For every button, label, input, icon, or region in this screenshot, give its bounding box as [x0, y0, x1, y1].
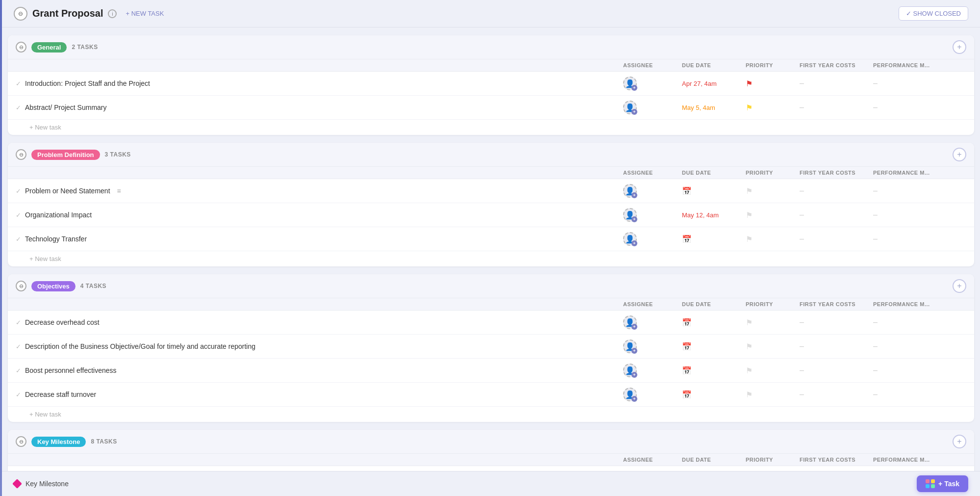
dash: –: [873, 103, 878, 112]
task-row[interactable]: ✓ Abstract/ Project Summary 👤 + May 5, 4…: [8, 96, 974, 120]
task-row[interactable]: ✓ Completed the execution stage 👤 + May …: [8, 466, 974, 471]
col-due-date: DUE DATE: [682, 457, 746, 463]
section-header-right: +: [953, 40, 966, 54]
first-year-cell: –: [800, 103, 873, 112]
add-column-button[interactable]: +: [953, 279, 966, 293]
priority-flag-empty: ⚑: [746, 366, 753, 375]
assignee-avatar[interactable]: 👤 +: [623, 77, 637, 90]
main-content: ⊖ General 2 TASKS + ASSIGNEE DUE DATE PR…: [2, 27, 980, 471]
assignee-avatar[interactable]: 👤 +: [623, 315, 637, 329]
dash: –: [873, 186, 878, 195]
task-name: Boost personnel effectiveness: [25, 366, 117, 374]
add-column-button[interactable]: +: [953, 435, 966, 448]
new-task-section-link[interactable]: + New task: [8, 251, 974, 266]
assignee-avatar[interactable]: 👤 +: [623, 232, 637, 246]
dash: –: [800, 366, 804, 375]
task-name-cell: ✓ Technology Transfer: [16, 235, 623, 243]
task-row[interactable]: ✓ Boost personnel effectiveness 👤 + 📅 ⚑: [8, 359, 974, 383]
section-toggle-general[interactable]: ⊖: [16, 42, 26, 52]
first-year-cell: –: [800, 318, 873, 327]
priority-flag-empty: ⚑: [746, 390, 753, 399]
col-due-date: DUE DATE: [682, 62, 746, 68]
col-headers-key-milestone: ASSIGNEE DUE DATE PRIORITY FIRST YEAR CO…: [8, 454, 974, 466]
col-name: [16, 170, 623, 176]
col-assignee: ASSIGNEE: [623, 62, 682, 68]
priority-cell: ⚑: [746, 366, 800, 375]
bottom-bar: Key Milestone + Task: [2, 471, 980, 496]
first-year-cell: –: [800, 235, 873, 243]
section-header-key-milestone: ⊖ Key Milestone 8 TASKS +: [8, 430, 974, 454]
new-task-section-link[interactable]: + New task: [8, 407, 974, 422]
dash: –: [873, 318, 878, 327]
task-name-cell: ✓ Introduction: Project Staff and the Pr…: [16, 79, 623, 87]
assignee-avatar[interactable]: 👤 +: [623, 364, 637, 377]
new-task-header-button[interactable]: + NEW TASK: [122, 8, 168, 19]
task-name-cell: ✓ Description of the Business Objective/…: [16, 342, 623, 350]
calendar-icon: 📅: [682, 342, 692, 351]
col-due-date: DUE DATE: [682, 301, 746, 307]
section-toggle-key-milestone[interactable]: ⊖: [16, 436, 26, 447]
section-badge-general: General: [31, 42, 67, 52]
priority-flag-red: ⚑: [746, 79, 753, 88]
dash: –: [873, 79, 878, 88]
task-row[interactable]: ✓ Technology Transfer 👤 + 📅 ⚑: [8, 227, 974, 251]
check-icon: ✓: [16, 187, 21, 195]
assignee-plus-icon: +: [631, 109, 637, 115]
col-name: [16, 62, 623, 68]
first-year-cell: –: [800, 342, 873, 351]
task-fab-label: + Task: [938, 480, 959, 488]
assignee-plus-icon: +: [631, 192, 637, 198]
hamburger-icon[interactable]: ≡: [117, 187, 121, 195]
dash: –: [873, 366, 878, 375]
first-year-cell: –: [800, 79, 873, 88]
section-objectives: ⊖ Objectives 4 TASKS + ASSIGNEE DUE DATE…: [8, 274, 974, 422]
task-row[interactable]: ✓ Introduction: Project Staff and the Pr…: [8, 72, 974, 96]
task-name-cell: ✓ Problem or Need Statement ≡: [16, 187, 623, 195]
task-name: Abstract/ Project Summary: [25, 104, 107, 111]
col-performance: PERFORMANCE M...: [873, 301, 947, 307]
task-row[interactable]: ✓ Description of the Business Objective/…: [8, 335, 974, 359]
add-column-button[interactable]: +: [953, 148, 966, 161]
add-column-button[interactable]: +: [953, 40, 966, 54]
task-fab-button[interactable]: + Task: [917, 475, 968, 492]
section-toggle-problem-definition[interactable]: ⊖: [16, 149, 26, 160]
section-header-objectives: ⊖ Objectives 4 TASKS +: [8, 274, 974, 298]
priority-cell: ⚑: [746, 318, 800, 327]
task-name: Problem or Need Statement: [25, 187, 110, 195]
due-date-cell: Apr 27, 4am: [682, 80, 746, 87]
dash: –: [800, 390, 804, 399]
dash: –: [800, 186, 804, 195]
col-assignee: ASSIGNEE: [623, 301, 682, 307]
info-icon[interactable]: i: [108, 9, 117, 18]
task-row[interactable]: ✓ Decrease staff turnover 👤 + 📅 ⚑: [8, 383, 974, 407]
dash: –: [873, 342, 878, 351]
check-icon: ✓: [16, 80, 21, 87]
section-general: ⊖ General 2 TASKS + ASSIGNEE DUE DATE PR…: [8, 35, 974, 135]
priority-flag-empty: ⚑: [746, 210, 753, 220]
task-row[interactable]: ✓ Decrease overhead cost 👤 + 📅 ⚑: [8, 311, 974, 335]
performance-cell: –: [873, 235, 947, 243]
collapse-button[interactable]: ⊖: [14, 7, 27, 21]
performance-cell: –: [873, 210, 947, 219]
show-closed-button[interactable]: ✓ SHOW CLOSED: [899, 6, 968, 21]
assignee-avatar[interactable]: 👤 +: [623, 388, 637, 401]
task-name: Decrease overhead cost: [25, 318, 100, 326]
task-row[interactable]: ✓ Organizational Impact 👤 + May 12, 4am …: [8, 203, 974, 227]
due-date-cell: 📅: [682, 366, 746, 375]
dash: –: [800, 235, 804, 243]
performance-cell: –: [873, 366, 947, 375]
new-task-section-link[interactable]: + New task: [8, 120, 974, 135]
col-headers-problem-definition: ASSIGNEE DUE DATE PRIORITY FIRST YEAR CO…: [8, 167, 974, 179]
priority-cell: ⚑: [746, 210, 800, 220]
assignee-avatar[interactable]: 👤 +: [623, 101, 637, 114]
section-badge-objectives: Objectives: [31, 281, 75, 291]
assignee-avatar[interactable]: 👤 +: [623, 208, 637, 222]
col-due-date: DUE DATE: [682, 170, 746, 176]
due-date-cell: 📅: [682, 390, 746, 399]
assignee-avatar[interactable]: 👤 +: [623, 339, 637, 353]
col-performance: PERFORMANCE M...: [873, 62, 947, 68]
assignee-avatar[interactable]: 👤 +: [623, 184, 637, 198]
section-toggle-objectives[interactable]: ⊖: [16, 281, 26, 291]
task-row[interactable]: ✓ Problem or Need Statement ≡ 👤 + 📅 ⚑: [8, 179, 974, 203]
task-count-general: 2 TASKS: [72, 44, 98, 51]
